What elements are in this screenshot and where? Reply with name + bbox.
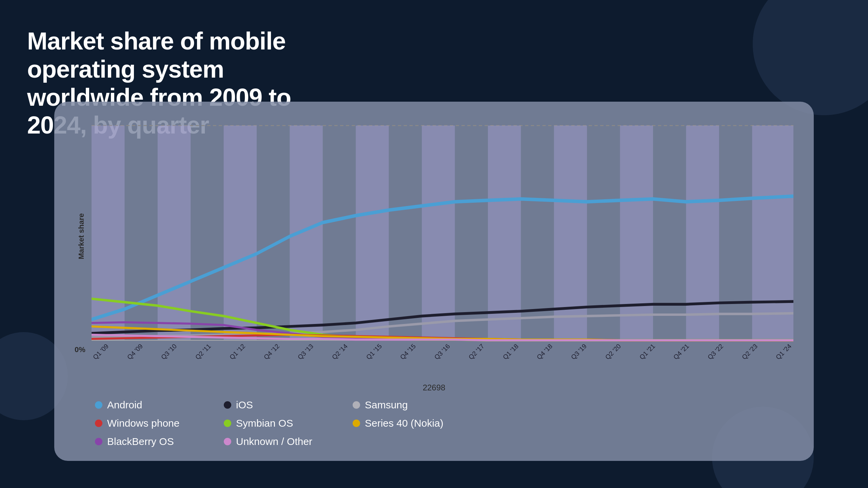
windows-dot — [95, 420, 102, 427]
legend-row-2: Windows phone Symbian OS Series 40 (Noki… — [95, 418, 793, 429]
svg-rect-7 — [488, 125, 521, 340]
legend-label-samsung: Samsung — [365, 399, 408, 411]
svg-rect-9 — [620, 125, 653, 340]
chart-svg — [92, 119, 793, 354]
legend-label-unknown: Unknown / Other — [236, 436, 312, 447]
svg-rect-6 — [422, 125, 455, 340]
chart-inner: Market share 0% — [75, 119, 793, 447]
legend-label-series40: Series 40 (Nokia) — [365, 418, 443, 429]
legend-row-3: BlackBerry OS Unknown / Other — [95, 436, 793, 447]
y-axis-label: Market share — [75, 119, 88, 354]
legend-label-ios: iOS — [236, 399, 253, 411]
chart-plot: 0% — [92, 119, 793, 354]
chart-svg-wrapper — [92, 119, 793, 354]
legend-row-1: Android iOS Samsung — [95, 399, 793, 411]
legend-item-symbian: Symbian OS — [224, 418, 312, 429]
legend-item-unknown: Unknown / Other — [224, 436, 312, 447]
svg-rect-11 — [752, 125, 793, 340]
symbian-dot — [224, 420, 231, 427]
legend-area: Android iOS Samsung Windows phone — [75, 399, 793, 447]
ios-dot — [224, 401, 231, 409]
svg-rect-3 — [224, 125, 257, 340]
zero-label: 0% — [75, 345, 85, 354]
legend-label-blackberry: BlackBerry OS — [107, 436, 174, 447]
legend-item-android: Android — [95, 399, 183, 411]
legend-item-ios: iOS — [224, 399, 312, 411]
legend-label-windows: Windows phone — [107, 418, 179, 429]
x-axis-container: Q1 '09 Q4 '09 Q3 '10 Q2 '11 Q1 '12 Q4 '1… — [75, 356, 793, 380]
samsung-dot — [353, 401, 360, 409]
svg-rect-10 — [686, 125, 719, 340]
blackberry-dot — [95, 438, 102, 445]
bg-decoration-top-right — [753, 0, 868, 115]
chart-container: Market share 0% — [54, 102, 814, 461]
android-dot — [95, 401, 102, 409]
legend-item-samsung: Samsung — [353, 399, 441, 411]
legend-item-series40: Series 40 (Nokia) — [353, 418, 443, 429]
chart-area: Market share 0% — [75, 119, 793, 354]
legend-item-windows: Windows phone — [95, 418, 183, 429]
svg-rect-1 — [92, 125, 124, 340]
unknown-dot — [224, 438, 231, 445]
svg-rect-5 — [356, 125, 389, 340]
series40-dot — [353, 420, 360, 427]
legend-item-blackberry: BlackBerry OS — [95, 436, 183, 447]
legend-label-android: Android — [107, 399, 142, 411]
legend-label-symbian: Symbian OS — [236, 418, 293, 429]
chart-number: 22698 — [75, 383, 793, 392]
